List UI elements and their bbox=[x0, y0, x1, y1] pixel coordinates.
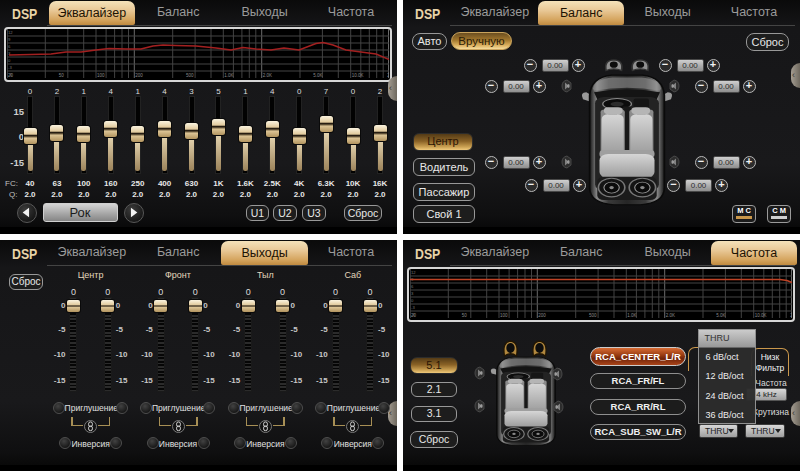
svg-text:50: 50 bbox=[59, 73, 65, 78]
svg-text:9: 9 bbox=[8, 37, 11, 42]
svg-text:-3: -3 bbox=[8, 65, 12, 70]
svg-text:10.0K: 10.0K bbox=[352, 73, 364, 78]
svg-text:20.0K: 20.0K bbox=[387, 73, 389, 78]
svg-text:200: 200 bbox=[135, 73, 143, 78]
svg-text:0: 0 bbox=[8, 58, 11, 63]
svg-text:500: 500 bbox=[186, 73, 194, 78]
svg-text:5.0K: 5.0K bbox=[313, 73, 322, 78]
svg-text:2.0K: 2.0K bbox=[263, 73, 272, 78]
svg-text:1.0K: 1.0K bbox=[224, 73, 233, 78]
svg-text:100: 100 bbox=[97, 73, 105, 78]
svg-text:6: 6 bbox=[8, 44, 11, 49]
svg-text:12: 12 bbox=[8, 30, 13, 35]
